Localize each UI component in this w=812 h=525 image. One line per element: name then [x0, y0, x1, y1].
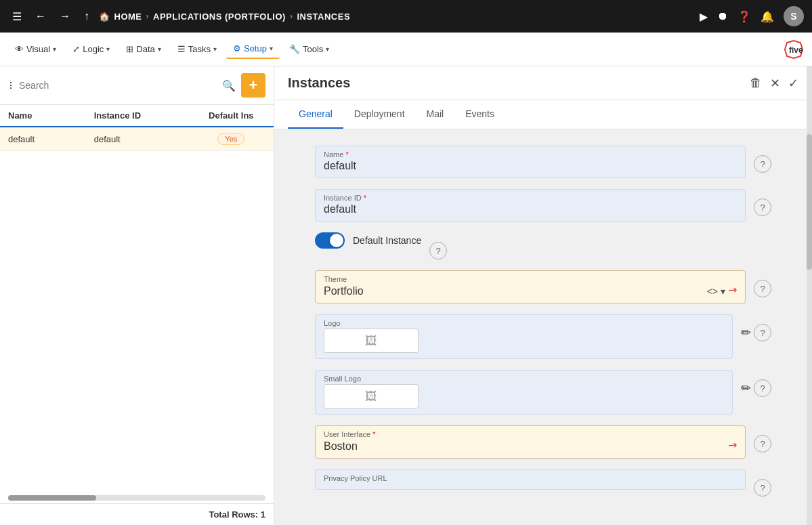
user-interface-actions: ?	[754, 425, 771, 453]
instance-id-row: Instance ID * default ?	[315, 189, 771, 222]
tools-icon: 🔧	[289, 44, 300, 54]
logo-help-button[interactable]: ?	[754, 324, 771, 341]
breadcrumb: 🏠 HOME › APPLICATIONS (PORTFOLIO) › INST…	[99, 12, 694, 22]
user-avatar[interactable]: S	[784, 6, 804, 26]
setup-chevron: ▾	[270, 45, 273, 52]
user-interface-help-button[interactable]: ?	[754, 435, 771, 453]
toolbar-logic[interactable]: ⤢ Logic ▾	[66, 40, 116, 58]
logo-preview: 🖼	[324, 329, 419, 353]
name-help-button[interactable]: ?	[754, 155, 771, 173]
home-icon: 🏠	[99, 12, 110, 22]
tab-events[interactable]: Events	[454, 100, 505, 129]
toolbar-visual[interactable]: 👁 Visual ▾	[8, 40, 63, 58]
svg-text:five: five	[789, 45, 803, 55]
instances-label[interactable]: INSTANCES	[297, 12, 350, 22]
small-logo-preview: 🖼	[324, 384, 419, 408]
row-name: default	[8, 134, 94, 144]
yes-badge: Yes	[217, 133, 244, 145]
default-instance-row: Default Instance ?	[315, 232, 771, 259]
default-instance-help-button[interactable]: ?	[429, 242, 447, 259]
tasks-chevron: ▾	[213, 45, 217, 53]
small-logo-field-wrapper: Small Logo 🖼	[315, 370, 733, 415]
theme-label: Theme	[324, 275, 737, 283]
tab-general[interactable]: General	[288, 100, 343, 129]
tabs-bar: General Deployment Mail Events	[274, 100, 812, 129]
breadcrumb-sep-2: ›	[290, 12, 293, 21]
tab-deployment[interactable]: Deployment	[343, 100, 416, 129]
search-nav-icon[interactable]: ⏺	[717, 10, 728, 22]
right-scrollbar[interactable]	[807, 66, 812, 525]
up-button[interactable]: ↑	[80, 7, 93, 25]
confirm-button[interactable]: ✓	[788, 76, 798, 91]
user-interface-row: User Interface * Boston ↙ ?	[315, 425, 771, 459]
help-nav-icon[interactable]: ❓	[738, 10, 751, 23]
logo-label: Logo	[324, 319, 724, 327]
privacy-policy-help-button[interactable]: ?	[754, 479, 771, 497]
app-label[interactable]: APPLICATIONS (PORTFOLIO)	[153, 12, 286, 22]
form-area: Name * default ? Instance ID * default	[274, 129, 812, 525]
name-value: default	[324, 160, 737, 172]
logo-edit-button[interactable]: ✏	[741, 325, 751, 340]
data-icon: ⊞	[126, 44, 133, 54]
instance-id-actions: ?	[754, 189, 771, 216]
five-logo: five	[784, 39, 804, 60]
user-interface-field[interactable]: User Interface * Boston ↙	[315, 425, 746, 459]
add-button[interactable]: +	[241, 73, 265, 98]
visual-chevron: ▾	[53, 45, 56, 53]
toolbar: 👁 Visual ▾ ⤢ Logic ▾ ⊞ Data ▾ ☰ Tasks ▾ …	[0, 33, 812, 66]
search-input[interactable]	[19, 80, 217, 91]
small-logo-label: Small Logo	[324, 375, 724, 383]
toggle-actions: ?	[429, 232, 447, 259]
instance-id-field-wrapper: Instance ID * default	[315, 189, 746, 222]
right-panel: Instances 🗑 ✕ ✓ General Deployment Mail …	[274, 66, 812, 525]
toggle-row: Default Instance	[315, 232, 421, 249]
theme-code-button[interactable]: <>	[707, 286, 718, 297]
instance-id-help-button[interactable]: ?	[754, 198, 771, 216]
five-logo-icon: five	[784, 39, 804, 60]
delete-button[interactable]: 🗑	[750, 76, 762, 91]
name-actions: ?	[754, 146, 771, 173]
small-logo-actions: ✏ ?	[741, 370, 771, 397]
toolbar-data[interactable]: ⊞ Data ▾	[119, 40, 167, 58]
theme-dropdown-button[interactable]: ▾	[721, 286, 725, 297]
privacy-policy-field[interactable]: Privacy Policy URL	[315, 469, 746, 490]
table-footer: Total Rows: 1	[0, 503, 274, 525]
col-default-header: Default Ins	[197, 110, 265, 121]
tools-chevron: ▾	[326, 45, 329, 53]
toolbar-tools[interactable]: 🔧 Tools ▾	[282, 40, 336, 58]
right-scrollbar-thumb	[807, 134, 812, 270]
home-label[interactable]: HOME	[114, 12, 142, 22]
search-bar: ⫶ 🔍 +	[0, 66, 274, 105]
tab-mail[interactable]: Mail	[416, 100, 455, 129]
eye-icon: 👁	[15, 44, 24, 54]
toolbar-tasks[interactable]: ☰ Tasks ▾	[171, 40, 223, 58]
name-field-wrapper: Name * default	[315, 146, 746, 178]
small-logo-edit-button[interactable]: ✏	[741, 381, 751, 396]
col-name-header: Name	[8, 110, 94, 121]
name-row: Name * default ?	[315, 146, 771, 178]
play-icon[interactable]: ▶	[700, 10, 708, 23]
logo-row: Logo 🖼 ✏ ?	[315, 314, 771, 359]
theme-field[interactable]: Theme Portfolio <> ▾ ↙	[315, 270, 746, 303]
notifications-icon[interactable]: 🔔	[761, 10, 774, 23]
table-row[interactable]: default default Yes	[0, 127, 274, 151]
col-id-header: Instance ID	[94, 110, 197, 121]
search-button[interactable]: 🔍	[222, 79, 236, 92]
instance-id-field[interactable]: Instance ID * default	[315, 189, 746, 222]
privacy-policy-row: Privacy Policy URL ?	[315, 469, 771, 497]
close-button[interactable]: ✕	[770, 76, 780, 91]
small-logo-help-button[interactable]: ?	[754, 379, 771, 397]
horizontal-scrollbar[interactable]	[8, 495, 265, 501]
hamburger-menu-button[interactable]: ☰	[8, 7, 26, 26]
name-field[interactable]: Name * default	[315, 146, 746, 178]
forward-button[interactable]: →	[56, 7, 74, 25]
default-instance-toggle[interactable]	[315, 232, 345, 249]
filter-icon[interactable]: ⫶	[8, 79, 14, 91]
theme-arrow-icon: ↙	[725, 283, 740, 299]
back-button[interactable]: ←	[31, 7, 50, 25]
breadcrumb-sep-1: ›	[146, 12, 150, 21]
theme-help-button[interactable]: ?	[754, 280, 771, 297]
small-logo-field: Small Logo 🖼	[315, 370, 733, 415]
toolbar-setup[interactable]: ⚙ Setup ▾	[226, 39, 280, 59]
user-interface-arrow-icon: ↙	[725, 438, 740, 454]
